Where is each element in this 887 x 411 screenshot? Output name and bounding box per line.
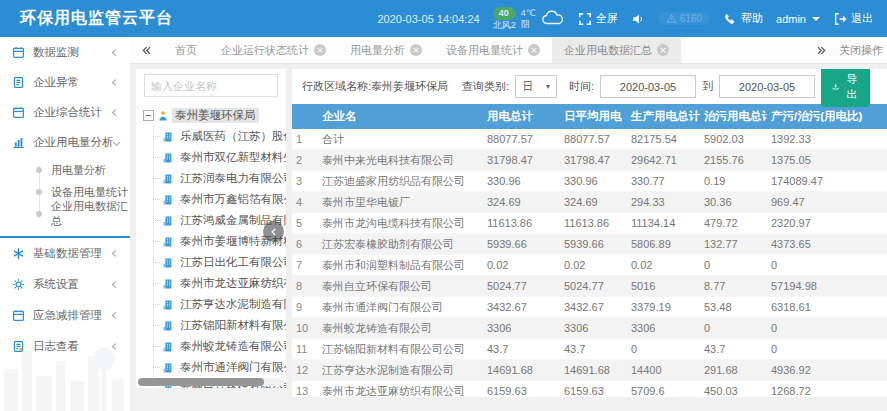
cell-0: 合计 [318, 129, 483, 150]
sidebar-subitem-usage-data-summary[interactable]: 企业用电数据汇总 [0, 203, 130, 225]
sidebar-item-log-view[interactable]: 日志查看 [0, 331, 130, 362]
asterisk-icon [12, 247, 25, 260]
tree-node-taizhou-jiangyan-epb[interactable]: 泰州姜堰环保局 [143, 105, 286, 126]
tree-node-company[interactable]: 江苏亨达水泥制造有限公司 [148, 294, 286, 315]
query-type-select[interactable]: 日 ▾ [515, 75, 557, 98]
close-tab-icon[interactable]: × [657, 44, 669, 56]
chevron-left-icon [112, 281, 119, 288]
sidebar-item-emergency-reduction[interactable]: 应急减排管理 [0, 300, 130, 331]
table-row: 7泰州市和润塑料制品有限公司0.020.020.0200 [292, 255, 887, 276]
sidebar-subitem-usage-analysis[interactable]: 用电量分析 [0, 159, 130, 181]
chevron-left-icon [112, 108, 119, 115]
tree-node-company[interactable]: 江苏锦阳新材料有限公司公司 [148, 315, 286, 336]
tree-node-label: 江苏亨达水泥制造有限公司 [177, 297, 286, 312]
cell-4: 8.77 [700, 276, 767, 297]
cell-0: 泰州市龙达亚麻纺织有限公司 [318, 381, 483, 398]
sidebar-item-electricity-analysis[interactable]: 企业用电量分析 [0, 127, 130, 157]
tree-node-label: 乐威医药（江苏）股份有限公司 [177, 129, 286, 144]
sidebar-item-data-monitoring[interactable]: 数据监测 [0, 37, 130, 67]
tree-node-company[interactable]: 泰州蛟龙铸造有限公司 [148, 336, 286, 357]
tree-node-company[interactable]: 江苏润泰电力有限公司 [148, 168, 286, 189]
row-index: 11 [292, 339, 318, 360]
cell-3: 330.77 [627, 171, 700, 192]
to-label: 到 [702, 79, 713, 94]
cloud-icon [541, 10, 565, 27]
tab-usage-data-summary[interactable]: 企业用电数据汇总× [552, 37, 681, 63]
row-index: 6 [292, 234, 318, 255]
tree-node-company[interactable]: 泰州市通洋阀门有限公司 [148, 357, 286, 378]
bullet-icon [36, 189, 42, 195]
cell-3: 0.02 [627, 255, 700, 276]
column-header-4: 治污用电总计 [700, 104, 767, 129]
table-row: 4泰州市里华电镀厂324.69324.69294.3330.36969.47 [292, 192, 887, 213]
tree-node-label: 江苏润泰电力有限公司 [177, 171, 286, 186]
row-index: 13 [292, 381, 318, 398]
tab-home[interactable]: 首页 [163, 37, 209, 63]
export-button[interactable]: 导出 [821, 69, 870, 107]
collapse-tree-button[interactable] [263, 221, 284, 242]
cell-1: 0.02 [483, 255, 560, 276]
tree-node-company[interactable]: 泰州市万鑫铝箔有限公司 [148, 189, 286, 210]
warning-icon [666, 13, 677, 24]
calendar-icon [12, 309, 25, 322]
building-icon [162, 194, 174, 206]
close-operations-button[interactable]: 关闭操作 [839, 43, 883, 58]
tab-device-usage-stats[interactable]: 设备用电量统计× [434, 37, 552, 63]
report-icon [12, 76, 25, 89]
scroll-tabs-right-icon[interactable] [814, 45, 829, 56]
sidebar-item-system-settings[interactable]: 系统设置 [0, 269, 130, 300]
condition-label: 阴 [521, 19, 536, 29]
cell-2: 31798.47 [560, 150, 627, 171]
weather-widget: 40 北风2 4℃ 阴 [493, 7, 565, 30]
tree-node-company[interactable]: 乐威医药（江苏）股份有限公司 [148, 126, 286, 147]
cell-0: 泰州市通洋阀门有限公司 [318, 297, 483, 318]
sidebar-item-enterprise-statistics[interactable]: 企业综合统计 [0, 97, 130, 127]
scrollbar-thumb[interactable] [138, 378, 264, 386]
cell-2: 330.96 [560, 171, 627, 192]
tree-expander-icon[interactable] [143, 110, 154, 121]
logout-button[interactable]: 退出 [833, 11, 873, 26]
sidebar-item-label: 应急减排管理 [33, 308, 102, 323]
date-from-input[interactable] [600, 75, 696, 98]
table-row: 9泰州市通洋阀门有限公司3432.673432.673379.1953.4863… [292, 297, 887, 318]
cell-5: 57194.98 [767, 276, 887, 297]
sidebar-item-enterprise-abnormal[interactable]: 企业异常 [0, 67, 130, 97]
user-menu[interactable]: admin [776, 13, 820, 25]
tree-node-company[interactable]: 泰州市龙达亚麻纺织有限公司 [148, 273, 286, 294]
building-icon [162, 362, 174, 374]
chevron-left-icon [112, 48, 119, 55]
bullet-icon [36, 211, 42, 217]
tree-node-company[interactable]: 泰州市双亿新型材料生产有限公司 [148, 147, 286, 168]
tab-enterprise-status-stats[interactable]: 企业运行状态统计× [209, 37, 338, 63]
cell-4: 450.03 [700, 381, 767, 398]
cell-4: 43.7 [700, 339, 767, 360]
fullscreen-button[interactable]: 全屏 [578, 11, 618, 26]
tab-usage-analysis[interactable]: 用电量分析× [338, 37, 434, 63]
close-tab-icon[interactable]: × [314, 44, 326, 56]
username-label: admin [776, 13, 806, 25]
building-icon [162, 236, 174, 248]
chevron-down-icon [812, 17, 820, 21]
date-to-input[interactable] [719, 75, 815, 98]
header-actions: 2020-03-05 14:04:24 40 北风2 4℃ 阴 全屏 6160 [377, 7, 887, 30]
close-tab-icon[interactable]: × [410, 44, 422, 56]
log-icon [12, 340, 25, 353]
datetime-label: 2020-03-05 14:04:24 [377, 13, 479, 25]
sidebar-item-basic-data-management[interactable]: 基础数据管理 [0, 238, 130, 269]
tree-horizontal-scrollbar[interactable] [138, 378, 284, 386]
fullscreen-label: 全屏 [596, 11, 618, 26]
close-tab-icon[interactable]: × [528, 44, 540, 56]
cell-0: 泰州自立环保有限公司 [318, 276, 483, 297]
help-button[interactable]: 帮助 [723, 11, 763, 26]
cell-0: 江苏亨达水泥制造有限公司 [318, 360, 483, 381]
alert-count-badge[interactable]: 6160 [658, 12, 710, 25]
cell-0: 泰州中来光电科技有限公司 [318, 150, 483, 171]
cell-5: 6318.61 [767, 297, 887, 318]
column-header-1: 用电总计 [483, 104, 560, 129]
speaker-icon[interactable] [631, 12, 645, 26]
scroll-tabs-left-icon[interactable] [130, 37, 163, 63]
tab-bar: 首页企业运行状态统计×用电量分析×设备用电量统计×企业用电数据汇总× 关闭操作 [130, 37, 887, 64]
tab-label: 首页 [175, 43, 197, 58]
tree-node-company[interactable]: 江苏日出化工有限公司 [148, 252, 286, 273]
search-input[interactable] [144, 74, 278, 97]
